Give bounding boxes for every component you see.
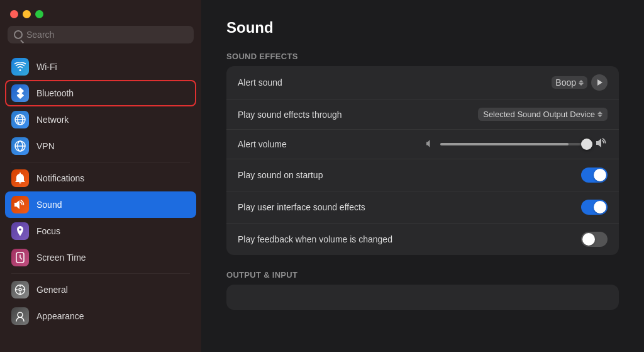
- sidebar-item-label-general: General: [36, 285, 68, 295]
- play-startup-toggle-knob: [594, 169, 606, 181]
- feedback-volume-label: Play feedback when volume is changed: [238, 234, 574, 244]
- sidebar-item-wifi[interactable]: Wi-Fi: [5, 54, 196, 80]
- sidebar-item-general[interactable]: General: [5, 276, 196, 303]
- search-placeholder: Search: [26, 30, 54, 40]
- page-title: Sound: [226, 19, 619, 37]
- feedback-volume-toggle[interactable]: [581, 232, 608, 247]
- sidebar-item-label-network: Network: [36, 115, 69, 125]
- sidebar-item-bluetooth[interactable]: Bluetooth: [5, 80, 196, 106]
- sound-effects-title: Sound Effects: [226, 52, 619, 61]
- alert-volume-slider-container: [426, 138, 608, 150]
- network-icon: [11, 111, 29, 128]
- ui-sounds-row: Play user interface sound effects: [226, 191, 619, 224]
- ui-sounds-toggle-knob: [594, 201, 606, 213]
- divider-1: [11, 162, 190, 162]
- play-through-dropdown[interactable]: Selected Sound Output Device: [478, 108, 608, 121]
- traffic-lights: [10, 10, 43, 18]
- stepper-arrow-down[interactable]: [579, 83, 584, 86]
- alert-sound-stepper-value: Boop: [555, 77, 576, 88]
- feedback-volume-row: Play feedback when volume is changed: [226, 224, 619, 255]
- sound-icon: [11, 196, 29, 213]
- volume-high-icon: [596, 138, 608, 150]
- sidebar-item-label-bluetooth: Bluetooth: [36, 88, 74, 98]
- alert-sound-row: Alert sound Boop: [226, 66, 619, 99]
- main-content: Sound Sound Effects Alert sound Boop: [201, 0, 644, 352]
- output-input-title: Output & Input: [226, 270, 619, 280]
- sidebar-item-label-focus: Focus: [36, 226, 60, 236]
- minimize-button[interactable]: [23, 10, 31, 18]
- sidebar-item-label-screentime: Screen Time: [36, 253, 86, 263]
- alert-volume-thumb[interactable]: [581, 139, 592, 150]
- sidebar-item-sound[interactable]: Sound: [5, 191, 196, 218]
- stepper-arrow-up[interactable]: [579, 80, 584, 82]
- output-input-card: [226, 285, 619, 310]
- alert-sound-play-button[interactable]: [591, 74, 608, 91]
- sidebar-nav: Wi-Fi Bluetooth: [0, 51, 201, 352]
- sound-effects-card: Alert sound Boop Play sound effects thro…: [226, 66, 619, 255]
- play-startup-row: Play sound on startup: [226, 159, 619, 191]
- sidebar-item-label-sound: Sound: [36, 200, 62, 210]
- alert-sound-value: Boop: [552, 74, 608, 91]
- svg-point-11: [19, 288, 21, 291]
- feedback-volume-toggle-knob: [582, 233, 595, 246]
- dropdown-arrow-down: [597, 115, 602, 117]
- search-bar[interactable]: Search: [8, 26, 194, 43]
- alert-volume-fill: [440, 143, 569, 145]
- play-through-label: Play sound effects through: [238, 110, 470, 120]
- general-icon: [11, 281, 29, 298]
- volume-low-icon: [426, 139, 435, 150]
- divider-2: [11, 273, 190, 274]
- play-through-row: Play sound effects through Selected Soun…: [226, 99, 619, 130]
- stepper-arrows: [579, 80, 584, 86]
- play-through-value: Selected Sound Output Device: [478, 108, 608, 121]
- ui-sounds-toggle[interactable]: [581, 200, 608, 215]
- sidebar-item-screentime[interactable]: Screen Time: [5, 244, 196, 271]
- sidebar-item-appearance[interactable]: Appearance: [5, 303, 196, 329]
- alert-sound-stepper[interactable]: Boop: [552, 76, 587, 89]
- maximize-button[interactable]: [35, 10, 43, 18]
- appearance-icon: [11, 307, 29, 325]
- close-button[interactable]: [10, 10, 18, 18]
- dropdown-chevrons: [597, 111, 602, 117]
- notifications-icon: [11, 169, 29, 187]
- alert-volume-row: Alert volume: [226, 130, 619, 159]
- wifi-icon: [11, 58, 29, 76]
- focus-icon: [11, 222, 29, 240]
- play-startup-toggle[interactable]: [581, 167, 608, 183]
- play-startup-label: Play sound on startup: [238, 170, 574, 180]
- sidebar-item-vpn[interactable]: VPN: [5, 133, 196, 159]
- bluetooth-icon: [11, 84, 29, 102]
- sidebar-item-network[interactable]: Network: [5, 106, 196, 133]
- sidebar: Search Wi-Fi: [0, 0, 201, 352]
- titlebar: [0, 0, 201, 26]
- sidebar-item-label-appearance: Appearance: [36, 311, 84, 321]
- vpn-icon: [11, 137, 29, 155]
- sidebar-item-label-notifications: Notifications: [36, 173, 84, 183]
- search-icon: [14, 30, 23, 39]
- ui-sounds-label: Play user interface sound effects: [238, 202, 574, 212]
- sidebar-item-label-vpn: VPN: [36, 141, 55, 151]
- sidebar-item-label-wifi: Wi-Fi: [36, 62, 57, 72]
- sidebar-item-notifications[interactable]: Notifications: [5, 165, 196, 191]
- alert-sound-label: Alert sound: [238, 77, 544, 88]
- alert-volume-label: Alert volume: [238, 139, 419, 149]
- svg-point-16: [18, 312, 23, 317]
- dropdown-arrow-up: [597, 111, 602, 114]
- svg-point-8: [19, 229, 21, 231]
- screentime-icon: [11, 249, 29, 266]
- play-icon: [597, 79, 602, 86]
- alert-volume-slider[interactable]: [440, 143, 591, 145]
- sidebar-item-focus[interactable]: Focus: [5, 218, 196, 244]
- play-through-dropdown-label: Selected Sound Output Device: [483, 110, 595, 119]
